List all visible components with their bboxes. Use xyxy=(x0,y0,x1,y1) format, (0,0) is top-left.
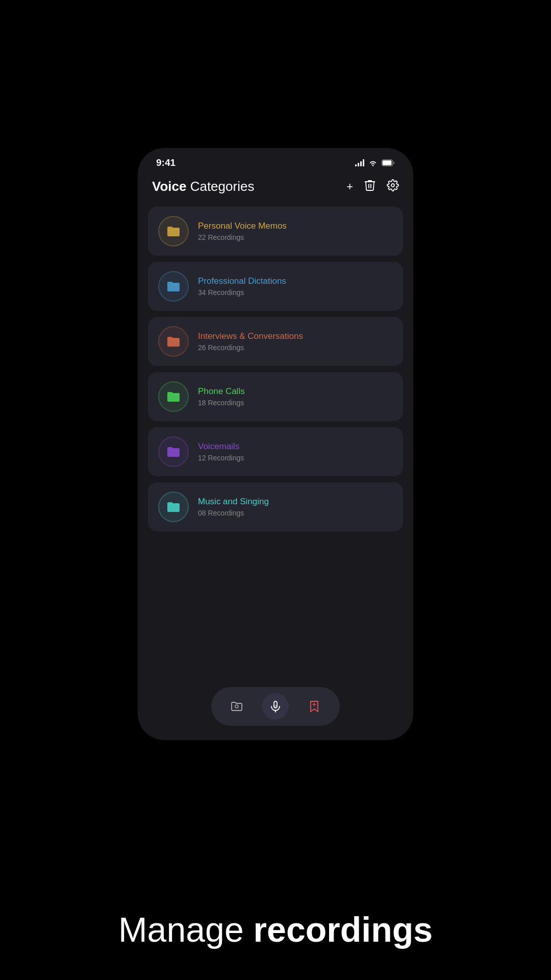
battery-icon xyxy=(382,159,395,166)
title-bold: Voice xyxy=(152,179,186,194)
status-icons xyxy=(355,159,395,166)
tab-bookmarks[interactable] xyxy=(301,693,328,720)
category-item-music-and-singing[interactable]: Music and Singing 08 Recordings xyxy=(148,482,403,531)
category-count-personal-voice-memos: 22 Recordings xyxy=(198,233,287,241)
category-name-phone-calls: Phone Calls xyxy=(198,386,245,397)
category-info-personal-voice-memos: Personal Voice Memos 22 Recordings xyxy=(198,221,287,241)
category-count-interviews-conversations: 26 Recordings xyxy=(198,344,303,352)
category-count-voicemails: 12 Recordings xyxy=(198,454,244,462)
tab-bar xyxy=(138,680,413,740)
category-icon-phone-calls xyxy=(158,381,189,412)
category-item-voicemails[interactable]: Voicemails 12 Recordings xyxy=(148,427,403,476)
svg-point-4 xyxy=(274,705,277,708)
tab-bar-inner xyxy=(211,687,340,726)
bottom-tagline: Manage recordings xyxy=(0,910,551,949)
category-item-professional-dictations[interactable]: Professional Dictations 34 Recordings xyxy=(148,262,403,311)
status-bar: 9:41 xyxy=(138,148,413,173)
delete-button[interactable] xyxy=(364,179,375,194)
category-item-personal-voice-memos[interactable]: Personal Voice Memos 22 Recordings xyxy=(148,207,403,256)
category-icon-interviews-conversations xyxy=(158,326,189,357)
category-name-personal-voice-memos: Personal Voice Memos xyxy=(198,221,287,231)
add-button[interactable]: + xyxy=(346,180,353,193)
category-info-professional-dictations: Professional Dictations 34 Recordings xyxy=(198,276,286,297)
tab-record[interactable] xyxy=(262,693,289,720)
category-name-voicemails: Voicemails xyxy=(198,442,244,452)
category-info-voicemails: Voicemails 12 Recordings xyxy=(198,442,244,462)
header-actions: + xyxy=(346,179,399,194)
tagline-bold: recordings xyxy=(254,910,433,949)
category-name-interviews-conversations: Interviews & Conversations xyxy=(198,331,303,341)
category-info-interviews-conversations: Interviews & Conversations 26 Recordings xyxy=(198,331,303,352)
signal-icon xyxy=(355,159,364,166)
wifi-icon xyxy=(368,159,378,166)
phone-frame: 9:41 Voice Categories + xyxy=(138,148,413,740)
category-info-phone-calls: Phone Calls 18 Recordings xyxy=(198,386,245,407)
category-name-music-and-singing: Music and Singing xyxy=(198,497,269,507)
header: Voice Categories + xyxy=(138,173,413,203)
category-icon-professional-dictations xyxy=(158,271,189,302)
svg-point-2 xyxy=(235,705,238,708)
tagline-light: Manage xyxy=(118,910,254,949)
category-list: Personal Voice Memos 22 Recordings Profe… xyxy=(138,203,413,680)
category-icon-music-and-singing xyxy=(158,492,189,522)
category-info-music-and-singing: Music and Singing 08 Recordings xyxy=(198,497,269,517)
category-name-professional-dictations: Professional Dictations xyxy=(198,276,286,286)
category-icon-voicemails xyxy=(158,436,189,467)
category-count-phone-calls: 18 Recordings xyxy=(198,399,245,407)
page-title: Voice Categories xyxy=(152,179,254,194)
category-count-professional-dictations: 34 Recordings xyxy=(198,288,286,297)
status-time: 9:41 xyxy=(156,157,176,168)
category-item-phone-calls[interactable]: Phone Calls 18 Recordings xyxy=(148,372,403,421)
category-icon-personal-voice-memos xyxy=(158,216,189,247)
settings-button[interactable] xyxy=(387,179,399,194)
category-item-interviews-conversations[interactable]: Interviews & Conversations 26 Recordings xyxy=(148,317,403,366)
category-count-music-and-singing: 08 Recordings xyxy=(198,509,269,517)
svg-rect-1 xyxy=(383,160,392,165)
tab-folders[interactable] xyxy=(223,693,250,720)
title-light: Categories xyxy=(186,179,254,194)
